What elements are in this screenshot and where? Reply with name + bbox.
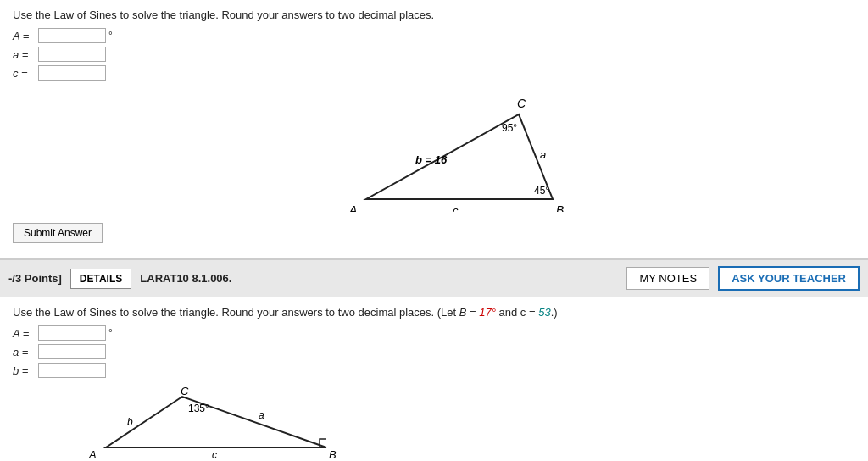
t2-c-label: c [212, 449, 217, 461]
submit-row: Submit Answer [13, 216, 855, 250]
instr-and: and c = [496, 306, 538, 319]
t2-B-label: B [329, 448, 337, 461]
svg-marker-0 [366, 114, 553, 199]
t1-angle-C: 95° [502, 122, 517, 134]
top-section: Use the Law of Sines to solve the triang… [0, 0, 868, 259]
label-A: A = [13, 30, 38, 42]
label2-A: A = [13, 327, 38, 340]
input2-A[interactable] [38, 325, 106, 341]
problem2-instruction: Use the Law of Sines to solve the triang… [13, 306, 855, 319]
t1-b-label: b = 16 [415, 153, 448, 166]
label-a: a = [13, 48, 38, 61]
t1-a-label: a [540, 148, 546, 161]
input-a[interactable] [38, 47, 106, 62]
t1-C-label: C [517, 97, 526, 110]
details-button[interactable]: DETAILS [70, 269, 131, 289]
answer2-row-A: A = ° [13, 325, 855, 341]
bottom-section: Use the Law of Sines to solve the triang… [0, 297, 868, 461]
t1-angle-B: 45° [534, 185, 549, 197]
t2-a-label: a [259, 409, 264, 421]
instr-val2: 53 [538, 306, 550, 319]
input2-a[interactable] [38, 344, 106, 359]
instr-eq1: = [466, 306, 479, 319]
degree2-A: ° [108, 327, 113, 339]
t2-A-label: A [88, 448, 97, 461]
submit-button[interactable]: Submit Answer [13, 223, 103, 243]
instr-val1: 17° [479, 306, 496, 319]
instr-prefix: Use the Law of Sines to solve the triang… [13, 306, 459, 319]
triangle1-area: C A B b = 16 95° a 45° c [64, 89, 855, 212]
degree-A: ° [108, 30, 113, 42]
problem-code: LARAT10 8.1.006. [140, 272, 231, 285]
answer2-row-b: b = [13, 363, 855, 378]
input-A[interactable] [38, 28, 106, 43]
label2-a: a = [13, 346, 38, 358]
input-c[interactable] [38, 65, 106, 81]
answer-row-c: c = [13, 65, 855, 81]
t1-B-label: B [556, 203, 564, 212]
answer2-row-a: a = [13, 344, 855, 359]
points-label: -/3 Points] [8, 272, 62, 285]
triangle2-area: C A B b 135° a c [13, 386, 855, 461]
triangle2-svg: C A B b 135° a c [81, 386, 352, 461]
t2-angle: 135° [188, 403, 209, 414]
instr-suffix: .) [551, 306, 558, 319]
answer-row-a: a = [13, 47, 855, 62]
separator-bar: -/3 Points] DETAILS LARAT10 8.1.006. MY … [0, 259, 868, 297]
t2-b-label: b [127, 416, 133, 428]
input2-b[interactable] [38, 363, 106, 378]
answer-row-A: A = ° [13, 28, 855, 43]
label2-b: b = [13, 364, 38, 377]
t2-C-label: C [181, 386, 189, 397]
my-notes-button[interactable]: MY NOTES [626, 267, 709, 290]
page-wrapper: Use the Law of Sines to solve the triang… [0, 0, 868, 461]
t1-A-label: A [348, 203, 357, 212]
triangle1-svg: C A B b = 16 95° a 45° c [341, 89, 578, 212]
svg-marker-1 [106, 397, 326, 447]
ask-teacher-button[interactable]: ASK YOUR TEACHER [718, 266, 860, 291]
label-c: c = [13, 67, 38, 80]
t1-c-label: c [453, 204, 459, 212]
problem1-instruction: Use the Law of Sines to solve the triang… [13, 8, 855, 21]
